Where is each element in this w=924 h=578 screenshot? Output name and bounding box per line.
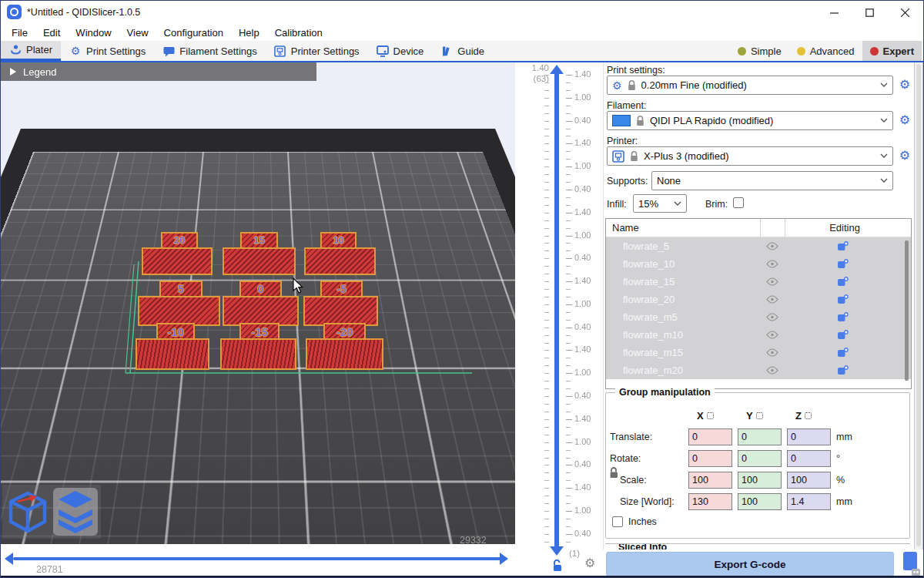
layer-slider-settings-button[interactable]: ⚙	[584, 557, 595, 570]
move-slider-right-arrow[interactable]	[500, 553, 508, 565]
rotate-y-input[interactable]	[738, 450, 782, 467]
tab-device[interactable]: Device	[368, 41, 433, 61]
infill-dropdown[interactable]: 15%	[633, 194, 687, 213]
filament-label: Filament:	[607, 100, 646, 111]
tab-plater[interactable]: Plater	[1, 41, 61, 61]
supports-dropdown[interactable]: None	[651, 171, 893, 190]
close-button[interactable]	[887, 1, 922, 24]
expand-arrow-icon	[10, 68, 16, 76]
brim-checkbox[interactable]	[733, 197, 744, 208]
visibility-eye-icon[interactable]	[766, 260, 778, 271]
visibility-eye-icon[interactable]	[766, 348, 778, 359]
minimize-button[interactable]	[816, 1, 852, 24]
inches-checkbox[interactable]	[612, 516, 623, 527]
mode-advanced[interactable]: Advanced	[789, 41, 862, 61]
edit-object-icon[interactable]	[837, 277, 849, 289]
object-row-flowrate_m5[interactable]: flowrate_m5	[606, 308, 911, 326]
visibility-eye-icon[interactable]	[766, 313, 778, 324]
object-row-flowrate_20[interactable]: flowrate_20	[606, 291, 911, 308]
printer-edit-button[interactable]: ⚙	[898, 149, 912, 163]
menu-edit[interactable]: Edit	[35, 27, 68, 39]
object-list-header: Name Editing	[606, 219, 911, 237]
scale-y-input[interactable]	[738, 472, 782, 489]
layers-icon	[57, 490, 94, 533]
printer-dropdown[interactable]: X-Plus 3 (modified)	[607, 146, 893, 166]
visibility-eye-icon[interactable]	[766, 277, 778, 288]
edit-object-icon[interactable]	[837, 294, 849, 307]
object-row-flowrate_m15[interactable]: flowrate_m15	[606, 344, 911, 361]
print-settings-edit-button[interactable]: ⚙	[898, 78, 912, 92]
scale-z-input[interactable]	[787, 472, 831, 489]
visibility-eye-icon[interactable]	[766, 295, 778, 306]
scale-lock-button[interactable]	[609, 467, 619, 481]
object-row-flowrate_10[interactable]: flowrate_10	[606, 255, 911, 273]
axis-reset-icon[interactable]	[707, 412, 714, 419]
unit-label: %	[836, 475, 845, 486]
sizeworld-y-input[interactable]	[738, 493, 782, 510]
panel-scrollbar[interactable]	[914, 62, 923, 549]
mode-expert[interactable]: Expert	[862, 41, 922, 61]
visibility-eye-icon[interactable]	[766, 366, 778, 377]
layer-slider-track[interactable]	[554, 73, 559, 548]
sizeworld-z-input[interactable]	[787, 493, 831, 510]
menu-file[interactable]: File	[4, 27, 35, 39]
cube-3d-icon	[8, 490, 48, 533]
legend-header[interactable]: Legend	[1, 62, 316, 81]
group-manipulation-section: Group manipulation XYZ Translate:mmRotat…	[605, 392, 910, 539]
edit-object-icon[interactable]	[837, 348, 849, 360]
layer-slider-lower-thumb[interactable]	[550, 546, 564, 556]
viewport-3d[interactable]: 20151050-5-10-15-20 Legend	[1, 62, 515, 544]
preview-layers-button[interactable]	[53, 488, 98, 536]
move-slider-track[interactable]	[13, 557, 501, 560]
3d-view-button[interactable]	[5, 488, 50, 536]
menu-view[interactable]: View	[119, 27, 156, 39]
object-row-flowrate_m10[interactable]: flowrate_m10	[606, 326, 911, 344]
edit-object-icon[interactable]	[837, 312, 849, 324]
translate-x-input[interactable]	[688, 428, 732, 445]
layer-range-lock-button[interactable]	[552, 560, 563, 575]
edit-object-icon[interactable]	[837, 365, 849, 378]
edit-object-icon[interactable]	[837, 330, 849, 342]
filament-edit-button[interactable]: ⚙	[898, 113, 912, 127]
axis-reset-icon[interactable]	[805, 412, 812, 419]
mode-simple[interactable]: Simple	[730, 41, 789, 61]
object-row-flowrate_5[interactable]: flowrate_5	[606, 237, 911, 255]
export-to-removable-button[interactable]	[899, 551, 923, 577]
tab-print-settings[interactable]: ⚙Print Settings	[61, 41, 154, 61]
visibility-eye-icon[interactable]	[766, 331, 778, 341]
filament-dropdown[interactable]: QIDI PLA Rapido (modified)	[607, 111, 893, 130]
tab-guide[interactable]: Guide	[432, 41, 493, 61]
object-list-scrollbar[interactable]	[905, 240, 909, 381]
rotate-z-input[interactable]	[787, 450, 831, 467]
chevron-down-icon	[880, 178, 888, 183]
brim-label: Brim:	[705, 199, 728, 210]
rotate-x-input[interactable]	[688, 450, 732, 467]
menu-bar: FileEditWindowViewConfigurationHelpCalib…	[1, 24, 923, 41]
move-slider-left-arrow[interactable]	[5, 553, 13, 565]
tab-label: Filament Settings	[179, 45, 256, 57]
menu-help[interactable]: Help	[231, 27, 267, 39]
edit-object-icon[interactable]	[837, 259, 849, 271]
tab-filament-settings[interactable]: Filament Settings	[154, 41, 265, 61]
tab-printer-settings[interactable]: Printer Settings	[266, 41, 368, 61]
print-settings-dropdown[interactable]: ⚙ 0.20mm Fine (modified)	[607, 76, 893, 95]
sizeworld-x-input[interactable]	[688, 493, 732, 510]
visibility-eye-icon[interactable]	[766, 242, 778, 253]
object-row-flowrate_m20[interactable]: flowrate_m20	[606, 361, 911, 379]
edit-object-icon[interactable]	[837, 241, 849, 254]
translate-z-input[interactable]	[787, 428, 831, 445]
menu-window[interactable]: Window	[68, 27, 119, 39]
inches-row: Inches	[612, 516, 657, 527]
layer-height-tick-label: 0.40	[574, 116, 591, 125]
group-manipulation-title: Group manipulation	[615, 387, 715, 398]
move-slider-strip: 29332 28781	[1, 544, 515, 578]
object-row-flowrate_15[interactable]: flowrate_15	[606, 273, 911, 291]
maximize-button[interactable]	[852, 1, 887, 24]
menu-calibration[interactable]: Calibration	[267, 27, 330, 39]
axis-reset-icon[interactable]	[756, 412, 763, 419]
scale-x-input[interactable]	[688, 472, 732, 489]
translate-y-input[interactable]	[738, 428, 782, 445]
menu-configuration[interactable]: Configuration	[156, 27, 231, 39]
inches-label: Inches	[628, 516, 657, 527]
export-gcode-button[interactable]: Export G-code	[606, 552, 894, 576]
